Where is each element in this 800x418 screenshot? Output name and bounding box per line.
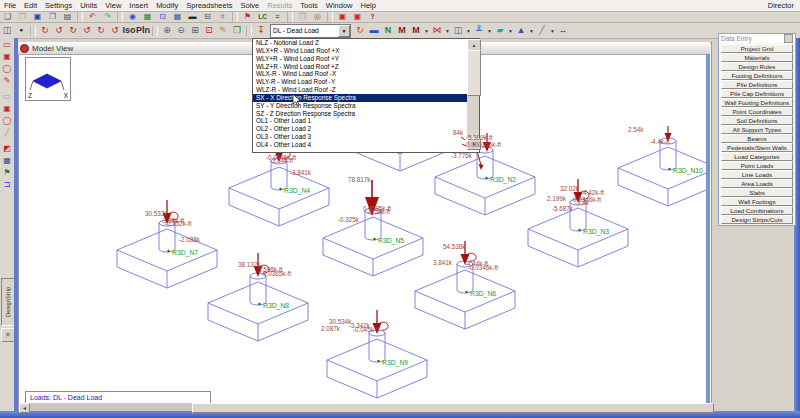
- bowtie-icon[interactable]: ⋈: [430, 25, 444, 37]
- data-entry-soil-definitions[interactable]: Soil Definitions: [721, 116, 793, 125]
- lock-unselected-icon[interactable]: ⊐: [1, 179, 13, 190]
- dropdown-caret-icon[interactable]: ▼: [486, 28, 493, 34]
- draw-icon[interactable]: ✎: [216, 25, 230, 37]
- copy-disabled-icon[interactable]: ❐: [295, 12, 310, 22]
- print-icon[interactable]: ▤: [60, 12, 75, 22]
- rotate-x-plus-icon[interactable]: ↻: [38, 25, 52, 37]
- zoom-out-icon[interactable]: ⊖: [174, 25, 188, 37]
- load-case-option-ol1[interactable]: OL1 - Other Load 1: [253, 117, 479, 125]
- slab-icon[interactable]: ▰: [493, 25, 507, 37]
- footing-r3d-n10[interactable]: R3D_N102.54k-4.4k-ft: [618, 126, 706, 206]
- data-entry-beams[interactable]: Beams: [721, 134, 793, 143]
- data-entry-line-loads[interactable]: Line Loads: [721, 170, 793, 179]
- select-box-icon[interactable]: ▭: [1, 39, 13, 50]
- footing-r3d-n5[interactable]: R3D_N578.817k-0.325k0.0595k-ft-0.58k-ft: [323, 176, 423, 276]
- load-case-option-wlx-r[interactable]: WLX-R - Wind Load Roof -X: [253, 70, 479, 78]
- data-entry-wall-footings[interactable]: Wall Footings: [721, 197, 793, 206]
- window-tile-icon[interactable]: ⊟: [200, 12, 215, 22]
- menu-item-spreadsheets[interactable]: Spreadsheets: [182, 1, 236, 10]
- scrollbar-track[interactable]: [30, 403, 695, 411]
- data-entry-pin-button[interactable]: [784, 34, 793, 43]
- solve-icon[interactable]: ⚑: [240, 12, 255, 22]
- menu-item-director[interactable]: Director: [768, 1, 800, 10]
- dropdown-caret-icon[interactable]: ▼: [528, 28, 535, 34]
- load-case-option-sx[interactable]: SX - X Direction Response Spectra: [253, 94, 479, 102]
- zoom-target-icon[interactable]: ⊡: [202, 25, 216, 37]
- load-case-option-sy[interactable]: SY - Y Direction Response Spectra: [253, 102, 479, 110]
- data-entry-pile-definitions[interactable]: Pile Definitions: [721, 80, 793, 89]
- data-entry-pile-cap-definitions[interactable]: Pile Cap Definitions: [721, 89, 793, 98]
- find-icon[interactable]: ◎: [310, 12, 325, 22]
- data-entry-materials[interactable]: Materials: [721, 53, 793, 62]
- load-combination-icon[interactable]: LC: [255, 12, 270, 22]
- new-file-icon[interactable]: ❏: [0, 12, 15, 22]
- load-case-combobox[interactable]: DL - Dead Load ▼: [270, 24, 351, 38]
- red-box-2-icon[interactable]: ▣: [350, 12, 365, 22]
- criteria-selection-icon[interactable]: ▦: [1, 155, 13, 166]
- rotate-y-minus-icon[interactable]: ↺: [80, 25, 94, 37]
- rotate-z-minus-icon[interactable]: ↺: [108, 25, 122, 37]
- rotate-x-minus-icon[interactable]: ↺: [52, 25, 66, 37]
- data-entry-titlebar[interactable]: Data Entry: [719, 34, 795, 43]
- listbox-scrollbar-thumb[interactable]: [467, 50, 481, 96]
- menu-item-units[interactable]: Units: [76, 1, 101, 10]
- red-box-1-icon[interactable]: ▣: [335, 12, 350, 22]
- refresh-loads-icon[interactable]: ↻: [353, 25, 367, 37]
- footing-r3d-n3[interactable]: R3D_N332.02k-4.42k-ft2.199k-5.687k-0.034…: [528, 179, 628, 267]
- data-entry-all-support-types[interactable]: All Support Types: [721, 125, 793, 134]
- data-entry-point-loads[interactable]: Point Loads: [721, 161, 793, 170]
- combobox-dropdown-button[interactable]: ▼: [338, 25, 350, 37]
- isometric-view-icon[interactable]: Iso: [122, 25, 136, 37]
- menu-item-solve[interactable]: Solve: [237, 1, 264, 10]
- spreadsheet-icon[interactable]: ▦: [140, 12, 155, 22]
- save-selection-icon[interactable]: ⚑: [1, 167, 13, 178]
- data-entry-slabs[interactable]: Slabs: [721, 188, 793, 197]
- footing-r3d-n7[interactable]: R3D_N730.533k-2.088k-3.35k-ft-0.352k-ft: [117, 200, 217, 288]
- footing-r3d-n6[interactable]: R3D_N654.538k3.841k-4.44k-ft-0.0346k-ft: [415, 241, 515, 329]
- help-icon[interactable]: ?: [365, 12, 380, 22]
- menu-item-tools[interactable]: Tools: [296, 1, 322, 10]
- move-tool-icon[interactable]: ✕: [1, 328, 15, 342]
- selection-box-icon[interactable]: ⊡: [155, 12, 170, 22]
- data-entry-footing-definitions[interactable]: Footing Definitions: [721, 71, 793, 80]
- invert-selection-icon[interactable]: ◩: [1, 143, 13, 154]
- window-icon[interactable]: ◫: [451, 25, 465, 37]
- menu-item-edit[interactable]: Edit: [20, 1, 41, 10]
- open-folder-icon[interactable]: ❒: [15, 12, 30, 22]
- load-case-option-wlz-r[interactable]: WLZ+R - Wind Load Roof +Z: [253, 63, 479, 71]
- load-case-option-nlz[interactable]: NLZ - Notional Load Z: [253, 39, 479, 47]
- scroll-left-button[interactable]: ◄: [19, 403, 30, 413]
- menu-item-help[interactable]: Help: [357, 1, 380, 10]
- new-view-icon[interactable]: ◫: [0, 25, 14, 37]
- moment-z-icon[interactable]: M: [409, 25, 423, 37]
- rotate-z-plus-icon[interactable]: ↻: [94, 25, 108, 37]
- pedestal-icon[interactable]: ▲: [514, 25, 528, 37]
- zoom-window-icon[interactable]: ⊞: [188, 25, 202, 37]
- menu-item-file[interactable]: File: [0, 1, 20, 10]
- footing-r3d-n8[interactable]: R3D_N838.132k3.598k-ft-0.0365k-ft: [208, 253, 308, 341]
- render-icon[interactable]: ▪: [14, 25, 28, 37]
- plan-view-icon[interactable]: Pln: [136, 25, 150, 37]
- redo-icon[interactable]: ↷: [100, 12, 115, 22]
- data-entry-design-strips-cuts[interactable]: Design Strips/Cuts: [721, 215, 793, 224]
- grid-icon[interactable]: ▦: [170, 12, 185, 22]
- apply-load-icon[interactable]: ↧: [254, 25, 268, 37]
- disk-icon[interactable]: ▬: [367, 25, 381, 37]
- rotate-y-plus-icon[interactable]: ↻: [66, 25, 80, 37]
- select-lasso-icon[interactable]: ◯: [1, 63, 13, 74]
- save-icon[interactable]: ▣: [30, 12, 45, 22]
- load-case-option-sz[interactable]: SZ - Z Direction Response Spectra: [253, 110, 479, 118]
- footing-r3d-n9[interactable]: R3D_N930.534k2.087k-3.342k-0.045k-ft: [321, 310, 427, 398]
- scrollbar-thumb[interactable]: [192, 403, 714, 413]
- render-view-icon[interactable]: ▬: [185, 12, 200, 22]
- notional-icon[interactable]: N: [381, 25, 395, 37]
- load-case-option-wlx-r[interactable]: WLX+R - Wind Load Roof +X: [253, 47, 479, 55]
- dropdown-caret-icon[interactable]: ▼: [507, 28, 514, 34]
- load-case-option-wly-r[interactable]: WLY+R - Wind Load Roof +Y: [253, 55, 479, 63]
- menu-item-insert[interactable]: Insert: [125, 1, 152, 10]
- support-icon[interactable]: ╨: [472, 25, 486, 37]
- select-polygon-icon[interactable]: ✎: [1, 75, 13, 86]
- dropdown-caret-icon[interactable]: ▼: [423, 28, 430, 34]
- data-entry-project-grid[interactable]: Project Grid: [721, 44, 793, 53]
- load-case-option-wlz-r[interactable]: WLZ-R - Wind Load Roof -Z: [253, 86, 479, 94]
